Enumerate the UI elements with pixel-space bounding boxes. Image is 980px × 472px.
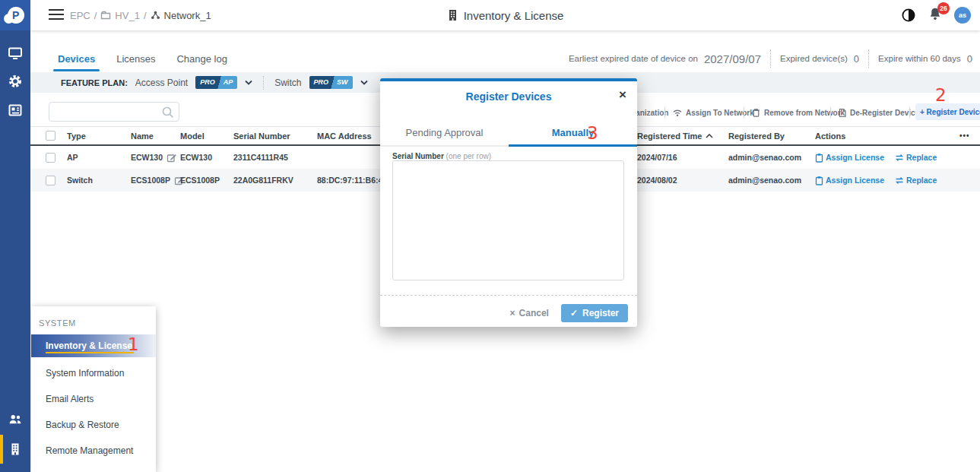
tab-licenses[interactable]: Licenses xyxy=(106,46,166,71)
modal-tabs: Pending Approval Manually xyxy=(380,119,637,147)
more-columns-icon[interactable]: ••• xyxy=(959,131,970,140)
cancel-x-icon: × xyxy=(510,308,515,318)
col-registered-by: Registered By xyxy=(728,127,785,144)
top-bar: EPC / HV_1 / Network_1 Inventory & Licen… xyxy=(30,0,980,30)
assign-to-network-button[interactable]: Assign To Network xyxy=(672,103,754,122)
feature-plan-label: FEATURE PLAN: xyxy=(61,78,128,87)
cell-model: ECW130 xyxy=(180,146,212,169)
serial-numbers-textarea[interactable] xyxy=(392,160,624,280)
cell-registered-time: 2024/08/02 xyxy=(637,169,677,192)
app-logo[interactable]: P xyxy=(0,0,30,30)
settings-gear-icon[interactable] xyxy=(0,70,30,93)
assign-license-link[interactable]: Assign License xyxy=(815,153,884,163)
col-type: Type xyxy=(67,127,86,144)
page-title-text: Inventory & License xyxy=(464,9,564,22)
sort-ascending-icon xyxy=(706,134,713,138)
replace-link[interactable]: Replace xyxy=(895,176,937,185)
menu-item-system-information[interactable]: System Information xyxy=(31,363,156,384)
flyout-section-title: SYSTEM xyxy=(39,318,76,328)
clipboard-icon xyxy=(815,176,823,185)
divider xyxy=(770,49,771,68)
row-checkbox[interactable] xyxy=(46,153,56,163)
modal-title: Register Devices xyxy=(380,90,637,103)
cloud-logo-icon: P xyxy=(5,7,25,24)
tab-devices[interactable]: Devices xyxy=(47,46,106,71)
divider xyxy=(868,49,869,68)
serial-number-label: Serial Number (one per row) xyxy=(392,152,491,160)
divider xyxy=(380,295,637,296)
cell-name: ECW130 xyxy=(131,153,163,162)
close-icon[interactable]: × xyxy=(619,88,626,101)
select-all-checkbox[interactable] xyxy=(46,131,56,141)
notification-badge: 26 xyxy=(937,2,950,14)
document-icon xyxy=(838,108,847,118)
network-signal-icon xyxy=(672,108,683,117)
register-button[interactable]: ✓ Register xyxy=(561,304,628,322)
swap-arrows-icon xyxy=(895,176,904,185)
expired-devices-value: 0 xyxy=(854,53,859,65)
divider xyxy=(664,107,665,118)
col-name: Name xyxy=(131,127,154,144)
title-building-icon xyxy=(447,9,458,21)
col-mac-address: MAC Address xyxy=(317,127,372,144)
cell-type: Switch xyxy=(67,169,93,192)
ap-plan-chevron-down-icon[interactable] xyxy=(245,80,252,85)
switch-label: Switch xyxy=(274,78,301,88)
menu-item-backup-restore[interactable]: Backup & Restore xyxy=(31,414,156,436)
cell-serial: 2311C4111R45 xyxy=(233,146,288,169)
divider xyxy=(830,107,831,118)
avatar[interactable]: as xyxy=(954,7,971,24)
theme-contrast-icon[interactable] xyxy=(901,8,916,23)
page-title: Inventory & License xyxy=(30,0,980,30)
system-flyout-menu: SYSTEM Inventory & License System Inform… xyxy=(31,306,156,472)
cell-registered-by: admin@senao.com xyxy=(728,169,801,192)
menu-item-email-alerts[interactable]: Email Alerts xyxy=(31,388,156,410)
main-tabs: Devices Licenses Change log xyxy=(47,46,238,71)
divider xyxy=(263,76,264,90)
col-registered-time[interactable]: Registered Time xyxy=(637,127,713,144)
ap-badge-type: AP xyxy=(221,76,238,89)
divider xyxy=(744,107,744,118)
trash-icon xyxy=(751,108,761,118)
menu-item-remote-management[interactable]: Remote Management xyxy=(31,440,156,461)
swap-arrows-icon xyxy=(895,154,904,162)
cancel-button[interactable]: × Cancel xyxy=(510,308,549,318)
notifications-bell[interactable]: 26 xyxy=(928,7,943,24)
access-point-label: Access Point xyxy=(135,78,188,88)
inventory-building-icon[interactable] xyxy=(0,438,30,461)
edit-name-icon[interactable] xyxy=(167,153,176,163)
divider xyxy=(909,107,910,118)
switch-plan-badge[interactable]: PROSW xyxy=(309,76,353,89)
reports-news-icon[interactable] xyxy=(0,99,30,122)
expired-devices-label: Expired device(s) xyxy=(780,54,848,63)
ap-plan-badge[interactable]: PROAP xyxy=(195,76,237,89)
row-checkbox[interactable] xyxy=(46,176,56,185)
deregister-device-button[interactable]: De-Register Device xyxy=(838,103,919,122)
cell-serial: 22A0G811FRKV xyxy=(233,169,293,192)
team-users-icon[interactable] xyxy=(0,408,30,431)
assign-license-link[interactable]: Assign License xyxy=(815,176,884,185)
annotation-step-1: 1 xyxy=(128,334,139,354)
cell-registered-time: 2024/07/16 xyxy=(637,146,677,169)
modal-tab-pending-approval[interactable]: Pending Approval xyxy=(380,119,509,145)
replace-link[interactable]: Replace xyxy=(895,153,937,162)
tab-change-log[interactable]: Change log xyxy=(166,46,238,71)
annotation-step-2: 2 xyxy=(935,85,947,105)
sidebar-rail: P xyxy=(0,0,30,472)
check-icon: ✓ xyxy=(570,308,578,318)
earliest-expired-value: 2027/09/07 xyxy=(704,52,761,65)
annotation-step-3: 3 xyxy=(587,123,598,143)
devices-monitor-icon[interactable] xyxy=(0,42,30,65)
clipboard-icon xyxy=(815,153,823,163)
register-device-button[interactable]: + Register Device xyxy=(915,103,980,120)
col-model: Model xyxy=(180,127,205,144)
cell-type: AP xyxy=(67,146,78,169)
switch-plan-chevron-down-icon[interactable] xyxy=(360,80,368,85)
cell-mac: 88:DC:97:11:B6:4C xyxy=(317,169,389,192)
col-serial-number: Serial Number xyxy=(233,127,290,144)
col-actions: Actions xyxy=(815,127,845,144)
expiry-summary: Earliest expired date of device on 2027/… xyxy=(569,46,972,71)
header-actions: 26 as xyxy=(901,0,971,30)
modal-tab-manually[interactable]: Manually xyxy=(509,119,637,145)
ap-badge-pro: PRO xyxy=(195,76,217,89)
